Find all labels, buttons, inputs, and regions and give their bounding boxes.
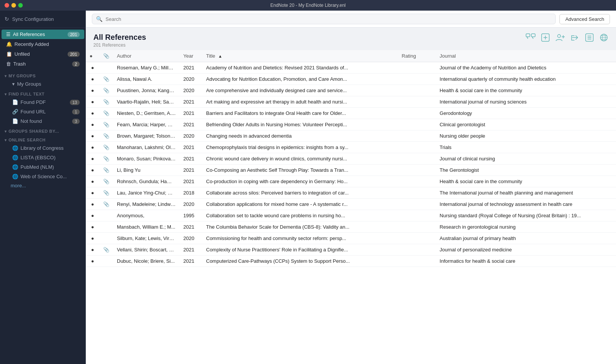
- ref-title[interactable]: Computerized Care-Pathways (CCPs) System…: [202, 256, 398, 267]
- sidebar-item-lista[interactable]: 🌐 LISTA (EBSCO): [2, 153, 84, 162]
- advanced-search-button[interactable]: Advanced Search: [559, 14, 610, 24]
- online-search-toolbar-button[interactable]: [599, 33, 608, 44]
- list-view-button[interactable]: [585, 33, 594, 44]
- search-input[interactable]: [106, 16, 551, 22]
- ref-rating: [398, 74, 436, 85]
- table-row[interactable]: ●Silburn, Kate; Lewis, Virgi...2020Commi…: [86, 233, 616, 244]
- groups-shared-header[interactable]: ▾ GROUPS SHARED BY...: [0, 126, 86, 135]
- ref-dot: ●: [86, 74, 99, 85]
- table-row[interactable]: ●📎Puustinen, Jonna; Kanga...2020Are comp…: [86, 85, 616, 96]
- sidebar-item-web-of-science[interactable]: 🌐 Web of Science Co...: [2, 172, 84, 181]
- table-row[interactable]: ●📎Manoharan, Lakshmi; Olli...2021Chemopr…: [86, 142, 616, 153]
- table-row[interactable]: ●📎Alissa, Nawal A.2020Advocating for Nut…: [86, 74, 616, 85]
- sidebar-item-recently-added[interactable]: 🔔 Recently Added: [2, 39, 84, 49]
- table-row[interactable]: ●📎Fearn, Marcia; Harper, Ro...2021Befrie…: [86, 119, 616, 130]
- ref-title[interactable]: Art making and expressive art therapy in…: [202, 96, 398, 108]
- sidebar-item-unfiled[interactable]: 📋 Unfiled 201: [2, 49, 84, 59]
- references-table-wrap[interactable]: ● 📎 Author Year Title ▲ Ra: [86, 50, 616, 364]
- table-row[interactable]: ●Roseman, Mary G.; Miller,...2021Academy…: [86, 62, 616, 74]
- ref-title[interactable]: Collaborate across silos: Perceived barr…: [202, 187, 398, 199]
- ref-author[interactable]: Dubuc, Nicole; Briere, Si...: [113, 256, 180, 267]
- sidebar-item-not-found[interactable]: 📄 Not found 3: [2, 117, 84, 126]
- close-button[interactable]: [5, 3, 9, 8]
- ref-author[interactable]: Roseman, Mary G.; Miller,...: [113, 62, 180, 74]
- find-full-text-header[interactable]: ▾ FIND FULL TEXT: [0, 89, 86, 97]
- table-row[interactable]: ●📎Rohnsch, Gundula; Hame...2021Co-produc…: [86, 176, 616, 187]
- ref-title[interactable]: Academy of Nutrition and Dietetics: Revi…: [202, 62, 398, 74]
- maximize-button[interactable]: [18, 3, 23, 8]
- ref-author[interactable]: Silburn, Kate; Lewis, Virgi...: [113, 233, 180, 244]
- sidebar-item-sync[interactable]: ↻ Sync Configuration: [5, 14, 81, 24]
- ref-author[interactable]: Lau, Janice Ying-Chui; W...: [113, 187, 180, 199]
- ref-author[interactable]: Vellani, Shirin; Boscart, V...: [113, 244, 180, 256]
- lista-label: LISTA (EBSCO): [20, 155, 55, 160]
- ref-author[interactable]: Niesten, D.; Gerritsen, A....: [113, 108, 180, 119]
- ref-title[interactable]: Chronic wound care delivery in wound cli…: [202, 153, 398, 165]
- table-row[interactable]: ●📎Niesten, D.; Gerritsen, A....2021Barri…: [86, 108, 616, 119]
- table-row[interactable]: ●📎Lau, Janice Ying-Chui; W...2018Collabo…: [86, 187, 616, 199]
- ref-title[interactable]: Befriending Older Adults in Nursing Home…: [202, 119, 398, 130]
- sidebar-item-library-of-congress[interactable]: 🌐 Library of Congress: [2, 144, 84, 152]
- table-row[interactable]: ●📎Vaartio-Rajalin, Heli; San...2021Art m…: [86, 96, 616, 108]
- ref-author[interactable]: Vaartio-Rajalin, Heli; San...: [113, 96, 180, 108]
- ref-author[interactable]: Li, Bing Yu: [113, 165, 180, 176]
- ref-year: 2021: [180, 119, 202, 130]
- col-header-rating[interactable]: Rating: [398, 50, 436, 62]
- table-row[interactable]: ●📎Monaro, Susan; Pinkova,...2021Chronic …: [86, 153, 616, 165]
- ref-title[interactable]: Barriers and Facilitators to integrate O…: [202, 108, 398, 119]
- minimize-button[interactable]: [11, 3, 16, 8]
- table-row[interactable]: ●📎Vellani, Shirin; Boscart, V...2021Comp…: [86, 244, 616, 256]
- ref-author[interactable]: Renyi, Madeleine; Lindwe...: [113, 199, 180, 210]
- ref-title[interactable]: Complexity of Nurse Practitioners' Role …: [202, 244, 398, 256]
- online-search-header[interactable]: ▾ ONLINE SEARCH: [0, 135, 86, 143]
- col-header-year[interactable]: Year: [180, 50, 202, 62]
- ref-author[interactable]: Rohnsch, Gundula; Hame...: [113, 176, 180, 187]
- ref-year: 2021: [180, 176, 202, 187]
- ref-author[interactable]: Fearn, Marcia; Harper, Ro...: [113, 119, 180, 130]
- sidebar-item-pubmed[interactable]: 🌐 PubMed (NLM): [2, 163, 84, 171]
- insert-citation-button[interactable]: [526, 33, 536, 44]
- ref-author[interactable]: Mansbach, William E.; M...: [113, 221, 180, 233]
- ref-title[interactable]: Changing needs in advanced dementia: [202, 130, 398, 142]
- sidebar-more-link[interactable]: more...: [0, 181, 86, 190]
- ref-author[interactable]: Brown, Margaret; Tolson,...: [113, 130, 180, 142]
- table-row[interactable]: ●Anonymous,1995Collaboration set to tack…: [86, 210, 616, 221]
- ref-title[interactable]: Collaboration set to tackle wound care p…: [202, 210, 398, 221]
- ref-title[interactable]: Co-Composing an Aesthetic Self Through P…: [202, 165, 398, 176]
- ref-rating: [398, 210, 436, 221]
- table-row[interactable]: ●📎Brown, Margaret; Tolson,...2020Changin…: [86, 130, 616, 142]
- add-reference-button[interactable]: [541, 33, 550, 44]
- table-row[interactable]: ●Mansbach, William E.; M...2021The Colum…: [86, 221, 616, 233]
- ref-year: 2018: [180, 187, 202, 199]
- ref-dot: ●: [86, 221, 99, 233]
- ref-title[interactable]: The Columbia Behavior Scale for Dementia…: [202, 221, 398, 233]
- sidebar-item-my-groups[interactable]: ▾ My Groups: [2, 80, 84, 88]
- titlebar: EndNote 20 - My EndNote Library.enl: [0, 0, 616, 11]
- ref-author[interactable]: Anonymous,: [113, 210, 180, 221]
- col-header-journal[interactable]: Journal: [436, 50, 616, 62]
- table-row[interactable]: ●Dubuc, Nicole; Briere, Si...2021Compute…: [86, 256, 616, 267]
- ref-title[interactable]: Chemoprophylaxis trial designs in epidem…: [202, 142, 398, 153]
- ref-author[interactable]: Manoharan, Lakshmi; Olli...: [113, 142, 180, 153]
- sidebar-item-trash[interactable]: 🗑 Trash 2: [2, 59, 84, 69]
- table-row[interactable]: ●📎Li, Bing Yu2021Co-Composing an Aesthet…: [86, 165, 616, 176]
- ref-author[interactable]: Alissa, Nawal A.: [113, 74, 180, 85]
- ref-author[interactable]: Puustinen, Jonna; Kanga...: [113, 85, 180, 96]
- ref-title[interactable]: Advocating for Nutrition Education, Prom…: [202, 74, 398, 85]
- sidebar-item-all-references[interactable]: ☰ All References 201: [2, 30, 84, 39]
- ref-title[interactable]: Collaboration applications for mixed hom…: [202, 199, 398, 210]
- share-button[interactable]: [570, 33, 580, 44]
- col-header-author[interactable]: Author: [113, 50, 180, 62]
- find-full-text-chevron: ▾: [5, 92, 7, 96]
- search-input-wrap[interactable]: 🔍: [92, 14, 556, 24]
- table-row[interactable]: ●📎Renyi, Madeleine; Lindwe...2020Collabo…: [86, 199, 616, 210]
- sidebar-item-found-pdf[interactable]: 📄 Found PDF 13: [2, 98, 84, 107]
- ref-title[interactable]: Co-production in coping with care depend…: [202, 176, 398, 187]
- col-header-title[interactable]: Title ▲: [202, 50, 398, 62]
- add-user-button[interactable]: [555, 33, 565, 44]
- my-groups-header[interactable]: ▾ MY GROUPS: [0, 71, 86, 79]
- ref-title[interactable]: Are comprehensive and individually desig…: [202, 85, 398, 96]
- ref-title[interactable]: Commissioning for health and community s…: [202, 233, 398, 244]
- ref-author[interactable]: Monaro, Susan; Pinkova,...: [113, 153, 180, 165]
- sidebar-item-found-url[interactable]: 🔗 Found URL 1: [2, 107, 84, 116]
